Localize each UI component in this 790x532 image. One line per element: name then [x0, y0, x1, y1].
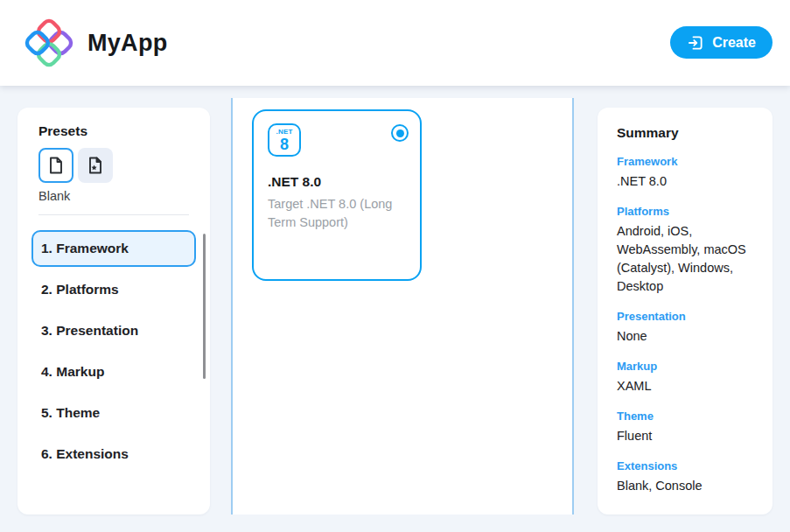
- summary-value-presentation: None: [617, 327, 753, 346]
- step-content-panel: .NET 8 .NET 8.0 Target .NET 8.0 (Long Te…: [231, 98, 574, 514]
- step-framework[interactable]: 1. Framework: [31, 230, 196, 267]
- create-button[interactable]: Create: [670, 26, 773, 59]
- badge-text-top: .NET: [276, 129, 292, 136]
- radio-dot: [396, 130, 404, 137]
- enter-arrow-icon: [687, 34, 704, 52]
- step-label: 1. Framework: [41, 241, 129, 256]
- sidebar-scrollbar[interactable]: [203, 234, 206, 379]
- wizard-steps-list: 1. Framework 2. Platforms 3. Presentatio…: [17, 215, 210, 472]
- step-label: 6. Extensions: [41, 446, 129, 462]
- selected-preset-label: Blank: [38, 189, 189, 203]
- step-presentation[interactable]: 3. Presentation: [31, 312, 196, 349]
- framework-option-card[interactable]: .NET 8 .NET 8.0 Target .NET 8.0 (Long Te…: [252, 109, 422, 281]
- badge-text-number: 8: [280, 136, 289, 152]
- summary-value-theme: Fluent: [617, 427, 753, 445]
- preset-blank-button[interactable]: [38, 148, 73, 183]
- wizard-sidebar: Presets Blank 1. Framework 2. Platforms …: [17, 108, 210, 514]
- summary-value-framework: .NET 8.0: [617, 172, 753, 191]
- summary-panel: Summary Framework .NET 8.0 Platforms And…: [598, 108, 773, 514]
- preset-starred-button[interactable]: [78, 148, 113, 183]
- step-extensions[interactable]: 6. Extensions: [31, 436, 196, 472]
- step-label: 4. Markup: [41, 364, 104, 380]
- summary-value-markup: XAML: [617, 377, 753, 396]
- summary-value-extensions: Blank, Console: [617, 477, 753, 495]
- presets-section: Presets Blank: [17, 108, 210, 215]
- summary-label-extensions: Extensions: [617, 459, 753, 472]
- app-header: MyApp Create: [0, 0, 790, 86]
- preset-buttons-row: [38, 148, 189, 183]
- summary-label-framework: Framework: [617, 155, 753, 168]
- dotnet-8-badge-icon: .NET 8: [268, 123, 301, 157]
- summary-label-markup: Markup: [617, 360, 753, 373]
- summary-label-presentation: Presentation: [617, 310, 753, 323]
- summary-title: Summary: [617, 125, 753, 141]
- framework-option-title: .NET 8.0: [268, 174, 406, 190]
- app-logo-icon: [24, 18, 73, 67]
- framework-option-description: Target .NET 8.0 (Long Term Support): [268, 195, 411, 232]
- page-title: MyApp: [87, 30, 168, 57]
- summary-label-platforms: Platforms: [617, 205, 753, 218]
- radio-selected-icon[interactable]: [391, 124, 409, 142]
- step-platforms[interactable]: 2. Platforms: [31, 271, 196, 308]
- create-button-label: Create: [712, 35, 756, 51]
- step-label: 3. Presentation: [41, 323, 138, 339]
- presets-title: Presets: [38, 123, 189, 139]
- summary-label-theme: Theme: [617, 410, 753, 423]
- file-blank-icon: [45, 155, 66, 176]
- summary-value-platforms: Android, iOS, WebAssembly, macOS (Cataly…: [617, 222, 753, 296]
- step-markup[interactable]: 4. Markup: [31, 354, 196, 390]
- step-label: 2. Platforms: [41, 282, 119, 298]
- file-star-icon: [85, 155, 106, 176]
- step-theme[interactable]: 5. Theme: [31, 395, 196, 431]
- step-label: 5. Theme: [41, 405, 100, 421]
